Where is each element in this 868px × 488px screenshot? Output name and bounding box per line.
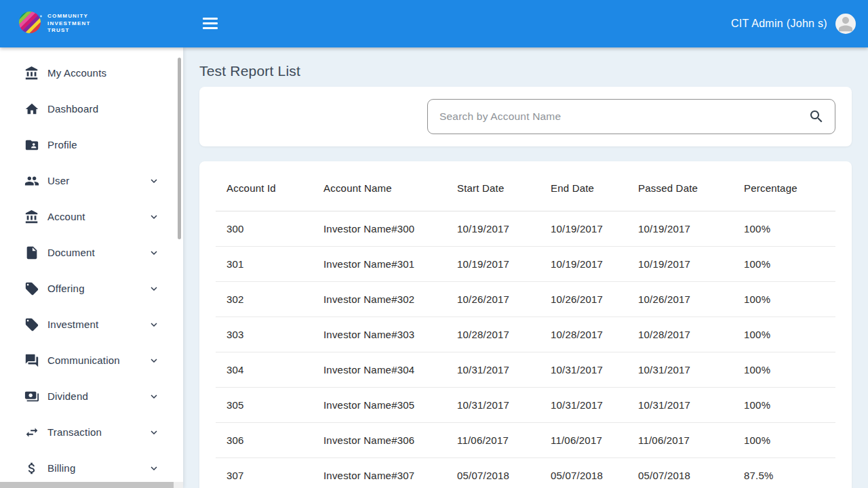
dollar-icon [24,461,39,476]
menu-toggle-icon[interactable] [203,18,218,29]
scrollbar-thumb[interactable] [0,482,174,488]
tag-icon [24,317,39,332]
avatar[interactable] [835,14,856,34]
table-cell: 05/07/2018 [627,458,733,488]
table-cell: 10/26/2017 [627,281,733,317]
table-row: 300 Investor Name#300 10/19/2017 10/19/2… [216,211,835,246]
sidebar-item-account[interactable]: Account [0,199,183,235]
sidebar-horizontal-scrollbar[interactable] [0,482,183,488]
sidebar-item-label: Communication [47,354,120,366]
home-icon [24,102,39,117]
table-cell: 306 [216,422,313,458]
table-cell: 10/31/2017 [446,352,540,387]
table-cell: 100% [733,352,835,387]
chevron-down-icon[interactable] [148,283,160,295]
sidebar-item-label: Billing [47,462,75,474]
table-cell: 10/28/2017 [446,317,540,352]
table-cell: Investor Name#304 [313,352,446,387]
chevron-down-icon[interactable] [148,319,160,331]
sidebar-item-my-accounts[interactable]: My Accounts [0,55,183,91]
table-cell: 100% [733,422,835,458]
chevron-down-icon[interactable] [148,354,160,367]
chevron-down-icon[interactable] [148,426,160,439]
chevron-down-icon[interactable] [148,175,160,187]
table-cell: 10/19/2017 [627,246,733,281]
sidebar-item-dividend[interactable]: Dividend [0,378,183,414]
chevron-down-icon[interactable] [148,247,160,259]
people-icon [24,174,39,188]
table-cell: 100% [733,317,835,352]
table-cell: 307 [216,458,313,488]
table-cell: 302 [216,281,313,317]
table-row: 305 Investor Name#305 10/31/2017 10/31/2… [216,387,835,422]
table-cell: 10/19/2017 [446,211,540,246]
sidebar-vertical-scrollbar[interactable] [178,58,181,239]
table-cell: 100% [733,387,835,422]
sidebar-item-label: Dividend [47,390,88,402]
table-cell: 10/26/2017 [540,281,627,317]
sidebar-item-dashboard[interactable]: Dashboard [0,91,183,127]
main-content: Test Report List Account Id Account Name [183,47,868,488]
column-header-end-date: End Date [540,161,627,211]
table-cell: 301 [216,246,313,281]
table-cell: 304 [216,352,313,387]
document-icon [24,245,39,260]
sidebar-item-billing[interactable]: Billing [0,450,183,486]
brand-text: COMMUNITY INVESTMENT TRUST [47,13,91,34]
chevron-down-icon[interactable] [148,462,160,474]
sidebar-item-label: Dashboard [47,103,98,115]
table-cell: 10/28/2017 [627,317,733,352]
column-header-account-name: Account Name [313,161,446,211]
table-row: 303 Investor Name#303 10/28/2017 10/28/2… [216,317,835,352]
sidebar-item-investment[interactable]: Investment [0,306,183,342]
sidebar-item-document[interactable]: Document [0,235,183,270]
table-cell: Investor Name#305 [313,387,446,422]
sidebar-item-user[interactable]: User [0,163,183,199]
table-row: 301 Investor Name#301 10/19/2017 10/19/2… [216,246,835,281]
table-header-row: Account Id Account Name Start Date End D… [216,161,835,211]
sidebar-item-label: Transaction [47,426,102,438]
search-box [427,99,835,134]
page-title: Test Report List [199,64,852,78]
sidebar-item-label: My Accounts [47,67,106,79]
search-input[interactable] [439,110,808,123]
search-card [199,87,852,146]
user-area: CIT Admin (John s) [731,0,856,47]
table-cell: 10/31/2017 [446,387,540,422]
table-row: 307 Investor Name#307 05/07/2018 05/07/2… [216,458,835,488]
table-cell: Investor Name#301 [313,246,446,281]
table-cell: 11/06/2017 [540,422,627,458]
table-cell: 10/19/2017 [540,211,627,246]
table-cell: 303 [216,317,313,352]
table-cell: 11/06/2017 [446,422,540,458]
table-cell: 10/31/2017 [540,352,627,387]
sidebar-item-label: Profile [47,139,77,150]
table-cell: Investor Name#302 [313,281,446,317]
sidebar-item-profile[interactable]: Profile [0,127,183,163]
sidebar-item-transaction[interactable]: Transaction [0,414,183,450]
table-cell: 10/26/2017 [446,281,540,317]
table-cell: 305 [216,387,313,422]
table-cell: Investor Name#303 [313,317,446,352]
report-table-card: Account Id Account Name Start Date End D… [199,161,852,488]
column-header-start-date: Start Date [446,161,540,211]
sidebar-item-label: Document [47,247,95,258]
table-cell: 10/19/2017 [446,246,540,281]
sidebar-item-communication[interactable]: Communication [0,342,183,378]
chevron-down-icon[interactable] [148,390,160,403]
brand-logo[interactable]: COMMUNITY INVESTMENT TRUST [18,0,91,47]
swap-icon [24,425,39,440]
column-header-account-id: Account Id [216,161,313,211]
table-cell: 05/07/2018 [446,458,540,488]
sidebar-item-offering[interactable]: Offering [0,270,183,306]
table-row: 304 Investor Name#304 10/31/2017 10/31/2… [216,352,835,387]
report-table: Account Id Account Name Start Date End D… [216,161,835,488]
table-row: 306 Investor Name#306 11/06/2017 11/06/2… [216,422,835,458]
wallet-icon [24,389,39,404]
sidebar: My Accounts Dashboard Profile User Accou… [0,47,183,488]
user-name-label[interactable]: CIT Admin (John s) [731,18,827,30]
chat-icon [24,353,39,368]
chevron-down-icon[interactable] [148,211,160,223]
column-header-percentage: Percentage [733,161,835,211]
search-icon[interactable] [808,108,825,125]
